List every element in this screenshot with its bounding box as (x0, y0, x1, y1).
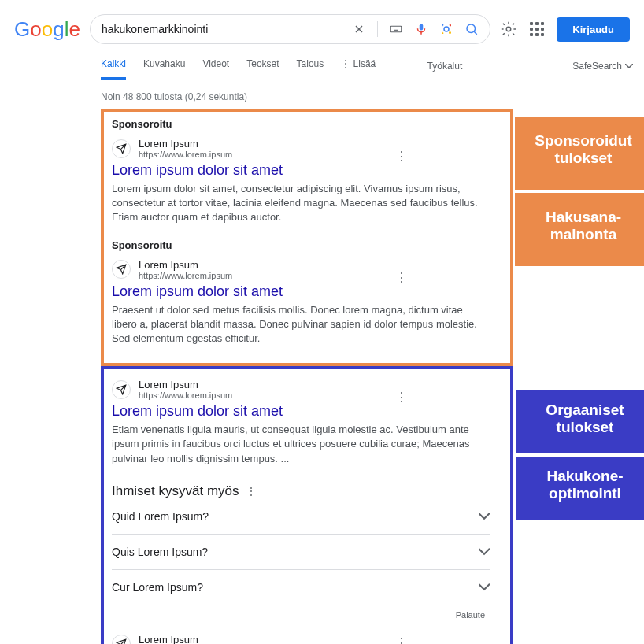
svg-rect-7 (394, 30, 398, 31)
tab-videos[interactable]: Videot (202, 52, 229, 80)
chevron-down-icon (479, 582, 490, 593)
svg-line-11 (474, 31, 477, 35)
svg-point-9 (449, 31, 451, 34)
svg-rect-2 (391, 26, 402, 32)
site-name: Lorem Ipsum (139, 138, 232, 150)
paa-question[interactable]: Cur Lorem Ipsum? (112, 570, 490, 605)
sponsored-label: Sponsoroitu (104, 236, 510, 254)
sponsored-box: Sponsoroitu Lorem Ipsum https://www.lore… (101, 109, 513, 366)
result-description: Etiam venenatis ligula mauris, ut conseq… (112, 423, 490, 466)
chevron-down-icon (479, 546, 490, 557)
gear-icon[interactable] (500, 20, 517, 38)
clear-icon[interactable] (352, 22, 366, 36)
people-also-ask-title: Ihmiset kysyvät myös ⋮ (112, 483, 498, 499)
more-dots-icon[interactable]: ⋮ (395, 149, 408, 164)
result-description: Lorem ipsum dolor sit amet, consectetur … (112, 182, 490, 225)
svg-point-10 (467, 24, 476, 33)
search-icon[interactable] (464, 22, 479, 36)
more-dots-icon[interactable]: ⋮ (246, 485, 257, 498)
sponsored-result: Lorem Ipsum https://www.lorem.ipsum ⋮ Lo… (104, 254, 510, 357)
svg-point-4 (394, 28, 395, 28)
organic-result: Lorem Ipsum https://www.lorem.ipsum ⋮ Lo… (104, 374, 510, 477)
tab-products[interactable]: Teokset (246, 52, 279, 80)
keyboard-icon[interactable] (389, 22, 403, 36)
search-input[interactable] (102, 23, 352, 35)
svg-point-8 (444, 27, 449, 31)
feedback-link[interactable]: Palaute (112, 610, 485, 620)
more-dots-icon[interactable]: ⋮ (395, 635, 408, 644)
sponsored-label: Sponsoroitu (104, 115, 510, 133)
callout-sponsored-results: Sponsoroidut tulokset (515, 117, 644, 190)
more-dots-icon[interactable]: ⋮ (395, 270, 408, 285)
site-avatar-icon (112, 260, 131, 279)
site-url: https://www.lorem.ipsum (139, 271, 232, 280)
result-title[interactable]: Lorem ipsum dolor sit amet (112, 403, 502, 420)
svg-point-6 (398, 28, 399, 28)
tab-all[interactable]: Kaikki (101, 52, 126, 80)
site-name: Lorem Ipsum (139, 634, 212, 644)
site-name: Lorem Ipsum (139, 379, 232, 390)
site-url: https://www.lorem.ipsum (139, 150, 232, 159)
lens-icon[interactable] (439, 22, 453, 36)
search-box[interactable] (90, 14, 490, 44)
tools-button[interactable]: Työkalut (427, 61, 463, 72)
svg-point-5 (396, 28, 397, 28)
voice-icon[interactable] (414, 22, 428, 36)
callout-search-advertising: Hakusana-mainonta (515, 193, 644, 266)
result-title[interactable]: Lorem ipsum dolor sit amet (112, 283, 502, 300)
svg-point-3 (393, 28, 394, 28)
divider (377, 21, 378, 37)
site-avatar-icon (112, 635, 131, 644)
google-logo: Google (14, 17, 80, 42)
site-url: https://www.lorem.ipsum (139, 390, 232, 400)
paa-question[interactable]: Quis Lorem Ipsum? (112, 535, 490, 570)
sponsored-result: Lorem Ipsum https://www.lorem.ipsum ⋮ Lo… (104, 133, 510, 236)
tab-images[interactable]: Kuvahaku (143, 52, 185, 80)
tab-more[interactable]: ⋮ Lisää (341, 52, 376, 80)
paa-question[interactable]: Quid Lorem Ipsum? (112, 499, 490, 535)
site-avatar-icon (112, 139, 131, 158)
result-title[interactable]: Lorem ipsum dolor sit amet (112, 162, 502, 179)
site-name: Lorem Ipsum (139, 259, 232, 271)
safesearch-dropdown[interactable]: SafeSearch (572, 61, 633, 72)
signin-button[interactable]: Kirjaudu (557, 17, 630, 42)
more-dots-icon[interactable]: ⋮ (395, 390, 408, 405)
svg-point-12 (507, 27, 512, 31)
apps-icon[interactable] (528, 20, 546, 38)
tab-finance[interactable]: Talous (297, 52, 324, 80)
callout-organic-results: Orgaaniset tulokset (516, 390, 644, 453)
chevron-down-icon (479, 511, 490, 522)
result-stats: Noin 48 800 tulosta (0,24 sekuntia) (101, 91, 644, 102)
result-description: Praesent ut dolor sed metus facilisis mo… (112, 303, 490, 346)
organic-box: Lorem Ipsum https://www.lorem.ipsum ⋮ Lo… (101, 366, 513, 644)
site-avatar-icon (112, 380, 131, 399)
organic-result: Lorem Ipsum https://lorem.ipsum ⋮ Lorem … (104, 620, 510, 644)
callout-seo: Hakukone-optimointi (516, 457, 644, 520)
